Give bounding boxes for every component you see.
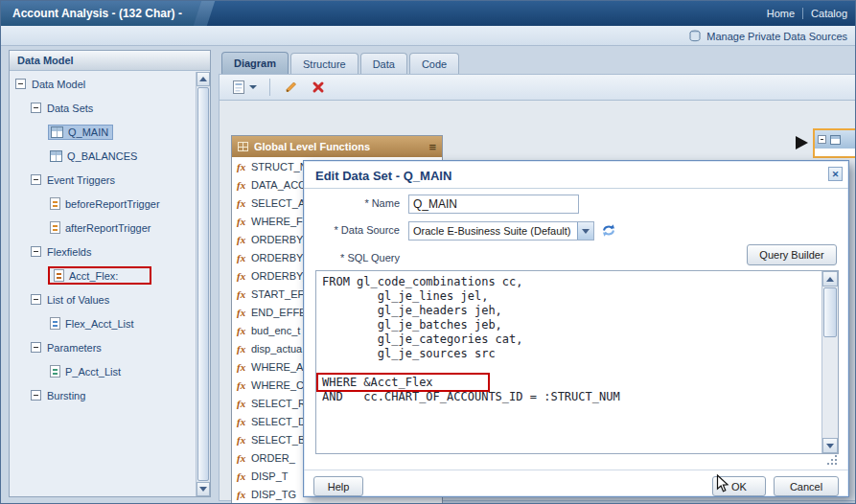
application-window: Account Analysis - (132 Char) -mod Home … (0, 0, 856, 504)
delete-x-icon (312, 80, 325, 94)
tree-item-label: Data Model (32, 79, 85, 90)
collapse-icon[interactable] (818, 135, 826, 144)
new-dataset-button[interactable] (227, 77, 261, 99)
tree-item-q-balances[interactable]: Q_BALANCES (10, 144, 196, 168)
global-functions-header[interactable]: Global Level Functions ≡ (232, 136, 442, 157)
refresh-data-source-icon[interactable] (600, 222, 617, 239)
tree-item-event-triggers[interactable]: Event Triggers (10, 168, 196, 192)
tree-item-before-report-trigger[interactable]: beforeReportTrigger (10, 192, 196, 216)
subheader-bar: Manage Private Data Sources (1, 26, 856, 46)
tree-item-label: Bursting (47, 390, 85, 401)
cancel-button[interactable]: Cancel (774, 476, 839, 496)
divider (802, 8, 803, 19)
name-field[interactable] (408, 195, 579, 214)
new-dataset-icon (231, 80, 247, 96)
delete-button[interactable] (308, 78, 329, 97)
scroll-up-arrow[interactable] (822, 271, 838, 286)
parameter-icon (50, 365, 60, 378)
tree-item-flex-acct-list[interactable]: Flex_Acct_List (10, 311, 196, 335)
tree-item-bursting[interactable]: Bursting (10, 383, 196, 407)
tree-item-p-acct-list[interactable]: P_Acct_List (10, 359, 196, 383)
tree-item-after-report-trigger[interactable]: afterReportTrigger (10, 216, 196, 240)
red-annotation-box: Acct_Flex: (48, 266, 151, 285)
diagram-dataset-fragment[interactable] (813, 128, 856, 158)
manage-link-label: Manage Private Data Sources (706, 31, 847, 42)
data-source-select[interactable]: Oracle E-Business Suite (Default) (408, 221, 594, 241)
fx-icon: fx (237, 216, 251, 227)
sidebar-scrollbar[interactable] (196, 72, 210, 496)
sql-text: FROM gl_code_combinations cc, gl_je_line… (316, 271, 821, 453)
edit-button[interactable] (279, 77, 302, 98)
sql-query-textarea[interactable]: FROM gl_code_combinations cc, gl_je_line… (315, 270, 839, 454)
ok-button[interactable]: OK (712, 476, 766, 496)
tree-item-label: Q_BALANCES (67, 150, 137, 162)
collapse-icon[interactable] (31, 246, 41, 257)
tree-item-label: Data Sets (47, 103, 93, 114)
tree-item-label: Parameters (47, 342, 102, 354)
fx-icon: fx (237, 343, 251, 355)
data-source-label: *Data Source (304, 224, 400, 236)
help-button[interactable]: Help (313, 476, 363, 496)
scrollbar-thumb[interactable] (823, 287, 837, 337)
scroll-down-arrow[interactable] (197, 482, 210, 496)
tree-item-parameters[interactable]: Parameters (10, 335, 196, 359)
collapse-icon[interactable] (31, 342, 41, 353)
tree-item-flexfields[interactable]: Flexfields (10, 240, 196, 263)
name-label: *Name (304, 197, 400, 209)
selected-data-source: Oracle E-Business Suite (Default) (409, 225, 577, 237)
dialog-title: Edit Data Set - Q_MAIN (315, 169, 451, 183)
page-title: Account Analysis - (132 Char) -mod (1, 1, 204, 26)
divider (304, 188, 848, 189)
tree-item-label: beforeReportTrigger (65, 198, 160, 210)
fx-icon: fx (237, 416, 251, 427)
list-of-values-icon (50, 317, 60, 330)
tab-code[interactable]: Code (409, 53, 459, 74)
textarea-scrollbar[interactable] (821, 271, 838, 453)
collapse-icon[interactable] (15, 79, 26, 89)
manage-private-data-sources-link[interactable]: Manage Private Data Sources (688, 26, 847, 46)
tree-item-data-sets[interactable]: Data Sets (10, 96, 196, 120)
scroll-up-arrow[interactable] (197, 72, 210, 86)
scroll-down-arrow[interactable] (822, 438, 838, 453)
data-model-panel: Data Model Data Model Data Sets Q_MAIN Q… (9, 50, 211, 497)
tree-item-label: Flexfields (47, 246, 91, 258)
nav-catalog-link[interactable]: Catalog (811, 8, 847, 19)
collapse-icon[interactable] (31, 294, 41, 305)
select-dropdown-button[interactable] (577, 222, 593, 240)
fx-icon: fx (237, 288, 251, 300)
tab-diagram[interactable]: Diagram (221, 52, 289, 74)
tree-item-label: Q_MAIN (68, 126, 108, 138)
collapse-icon[interactable] (31, 174, 41, 185)
fx-icon: fx (237, 434, 251, 446)
fx-icon: fx (237, 325, 251, 336)
dataset-icon (830, 135, 841, 145)
tab-data[interactable]: Data (360, 53, 407, 74)
tab-structure[interactable]: Structure (290, 53, 359, 74)
window-titlebar: Account Analysis - (132 Char) -mod Home … (1, 1, 856, 26)
collapse-icon[interactable] (31, 390, 41, 401)
tree-item-list-of-values[interactable]: List of Values (10, 287, 196, 311)
fragment-header (815, 130, 855, 149)
panel-menu-icon[interactable]: ≡ (428, 141, 436, 153)
tree-item-q-main[interactable]: Q_MAIN (10, 120, 196, 144)
tree-item-label: afterReportTrigger (65, 222, 150, 234)
dropdown-arrow-icon (249, 85, 257, 89)
data-model-tree: Data Model Data Sets Q_MAIN Q_BALANCES (10, 72, 196, 496)
fx-icon: fx (237, 452, 251, 464)
collapse-icon[interactable] (31, 103, 41, 113)
tree-item-data-model[interactable]: Data Model (10, 72, 196, 96)
nav-home-link[interactable]: Home (767, 8, 795, 19)
tree-item-acct-flex[interactable]: Acct_Flex: (10, 263, 196, 287)
fx-icon: fx (237, 234, 251, 245)
scrollbar-thumb[interactable] (197, 87, 209, 481)
tree-item-label: Acct_Flex: (69, 270, 118, 282)
global-nav: Home Catalog (767, 1, 847, 26)
tree-item-label: P_Acct_List (65, 366, 121, 378)
fx-icon: fx (237, 197, 251, 209)
close-icon[interactable]: ✕ (828, 167, 843, 181)
tree-item-label: Event Triggers (47, 174, 115, 186)
query-builder-button[interactable]: Query Builder (747, 244, 837, 265)
resize-grip-icon[interactable] (827, 454, 839, 466)
flexfield-icon (54, 269, 64, 282)
fx-icon: fx (237, 398, 251, 409)
